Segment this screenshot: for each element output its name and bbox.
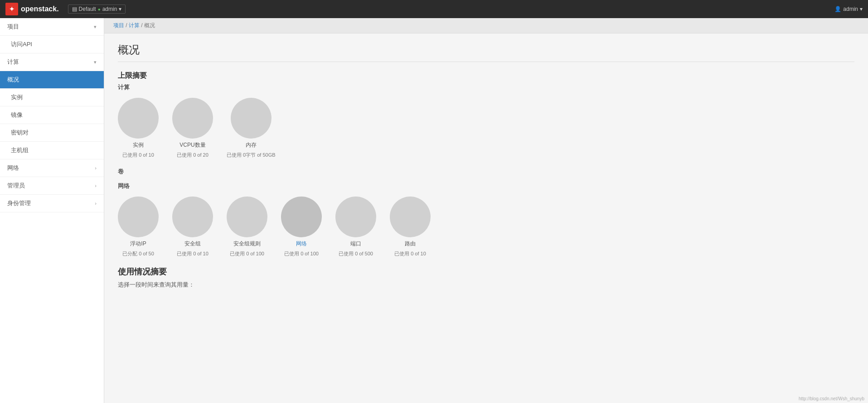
- top-navbar: ✦ openstack. ▤ Default ● admin ▾ 👤 admin…: [0, 0, 868, 18]
- quota-item-security-group-rule: 安全组规则 已使用 0 of 100: [227, 197, 267, 257]
- quota-circle-vcpu: [172, 98, 213, 139]
- quota-item-vcpu: VCPU数量 已使用 0 of 20: [172, 98, 213, 158]
- quota-circle-router: [390, 197, 431, 237]
- sidebar-item-project[interactable]: 项目 ▾: [0, 18, 104, 36]
- sidebar-item-keypairs-label: 密钥对: [11, 129, 29, 137]
- sidebar-item-admin-label: 管理员: [7, 182, 25, 190]
- quota-label-router: 路由: [405, 240, 416, 248]
- breadcrumb: 项目 / 计算 / 概况: [104, 18, 868, 34]
- sidebar-item-hostgroups-label: 主机组: [11, 146, 29, 154]
- quota-used-router: 已使用 0 of 10: [394, 250, 426, 257]
- quota-used-instances: 已使用 0 of 10: [122, 152, 154, 158]
- quota-item-instances: 实例 已使用 0 of 10: [118, 98, 159, 158]
- domain-label: Default: [79, 6, 96, 12]
- sidebar-item-identity[interactable]: 身份管理 ›: [0, 195, 104, 212]
- quota-circle-port: [335, 197, 376, 237]
- quota-label-network[interactable]: 网络: [296, 240, 307, 248]
- sidebar-item-compute-label: 计算: [7, 58, 19, 66]
- domain-chevron: ▾: [119, 6, 121, 12]
- volume-section-label: 卷: [118, 168, 854, 176]
- quota-used-network: 已使用 0 of 100: [284, 250, 319, 257]
- quota-circle-memory: [231, 98, 272, 139]
- quota-label-port: 端口: [350, 240, 361, 248]
- openstack-logo-icon: ✦: [5, 3, 18, 15]
- network-section-label: 网络: [118, 182, 854, 190]
- network-quota-grid: 浮动IP 已分配 0 of 50 安全组 已使用 0 of 10 安全组规则 已…: [118, 197, 854, 257]
- quota-used-security-group-rule: 已使用 0 of 100: [230, 250, 264, 257]
- chevron-right-icon: ›: [95, 165, 97, 171]
- quota-label-instances: 实例: [133, 141, 144, 149]
- domain-user: admin: [102, 6, 117, 12]
- content-area: 项目 / 计算 / 概况 概况 上限摘要 计算 实例 已使用 0 of 10: [104, 18, 868, 403]
- quota-label-security-group-rule: 安全组规则: [233, 240, 261, 248]
- quota-label-vcpu: VCPU数量: [179, 141, 205, 149]
- user-icon: 👤: [834, 6, 841, 12]
- quota-used-floating-ip: 已分配 0 of 50: [122, 250, 154, 257]
- sidebar-item-images-label: 镜像: [11, 111, 23, 119]
- sidebar-item-instances-label: 实例: [11, 93, 23, 101]
- user-label: admin: [843, 6, 858, 12]
- sidebar-item-network-label: 网络: [7, 164, 19, 172]
- quota-used-port: 已使用 0 of 500: [339, 250, 373, 257]
- logo: ✦ openstack.: [5, 3, 59, 15]
- usage-desc: 选择一段时间来查询其用量：: [118, 281, 854, 289]
- chevron-right-icon: ›: [95, 201, 97, 206]
- main-layout: 项目 ▾ 访问API 计算 ▾ 概况 实例 镜像 密钥对 主机组 网络 ›: [0, 18, 868, 403]
- compute-section-label: 计算: [118, 83, 854, 91]
- page-title: 概况: [118, 43, 854, 62]
- quota-circle-floating-ip: [118, 197, 159, 237]
- limit-summary-title: 上限摘要: [118, 71, 854, 81]
- user-menu[interactable]: 👤 admin ▾: [834, 6, 863, 12]
- domain-dot: ●: [98, 7, 101, 12]
- quota-item-floating-ip: 浮动IP 已分配 0 of 50: [118, 197, 159, 257]
- quota-item-router: 路由 已使用 0 of 10: [390, 197, 431, 257]
- sidebar-item-access-api-label: 访问API: [11, 40, 32, 48]
- sidebar-item-overview-label: 概况: [7, 76, 19, 84]
- sidebar-item-access-api[interactable]: 访问API: [0, 36, 104, 53]
- quota-label-floating-ip: 浮动IP: [130, 240, 146, 248]
- quota-item-port: 端口 已使用 0 of 500: [335, 197, 376, 257]
- breadcrumb-project[interactable]: 项目: [113, 22, 124, 29]
- quota-used-memory: 已使用 0字节 of 50GB: [227, 152, 276, 158]
- quota-label-security-group: 安全组: [184, 240, 201, 248]
- limit-summary-section: 上限摘要 计算 实例 已使用 0 of 10 VCPU数量 已使用 0 of 2…: [118, 71, 854, 257]
- quota-used-security-group: 已使用 0 of 10: [177, 250, 209, 257]
- sidebar-item-images[interactable]: 镜像: [0, 106, 104, 124]
- user-chevron: ▾: [860, 6, 863, 12]
- quota-circle-security-group: [172, 197, 213, 237]
- usage-summary-section: 使用情况摘要 选择一段时间来查询其用量：: [118, 266, 854, 289]
- sidebar-item-keypairs[interactable]: 密钥对: [0, 124, 104, 142]
- usage-summary-title: 使用情况摘要: [118, 266, 854, 277]
- quota-item-memory: 内存 已使用 0字节 of 50GB: [227, 98, 276, 158]
- sidebar-item-admin[interactable]: 管理员 ›: [0, 177, 104, 195]
- quota-circle-instances: [118, 98, 159, 139]
- sidebar-item-project-label: 项目: [7, 23, 19, 31]
- breadcrumb-compute[interactable]: 计算: [129, 22, 140, 29]
- quota-used-vcpu: 已使用 0 of 20: [177, 152, 209, 158]
- sidebar-item-network[interactable]: 网络 ›: [0, 159, 104, 177]
- sidebar-item-instances[interactable]: 实例: [0, 89, 104, 106]
- url-hint: http://blog.csdn.net/Wsh_shunyb: [799, 396, 864, 401]
- quota-circle-security-group-rule: [227, 197, 267, 237]
- sidebar-item-overview[interactable]: 概况: [0, 71, 104, 89]
- domain-icon: ▤: [72, 6, 77, 12]
- quota-label-memory: 内存: [246, 141, 257, 149]
- sidebar-item-identity-label: 身份管理: [7, 199, 31, 207]
- quota-item-network: 网络 已使用 0 of 100: [281, 197, 322, 257]
- compute-quota-grid: 实例 已使用 0 of 10 VCPU数量 已使用 0 of 20 内存 已使用…: [118, 98, 854, 158]
- page-content: 概况 上限摘要 计算 实例 已使用 0 of 10 VCPU数量 已使用 0 o…: [104, 34, 868, 298]
- quota-item-security-group: 安全组 已使用 0 of 10: [172, 197, 213, 257]
- chevron-down-icon: ▾: [94, 24, 97, 30]
- breadcrumb-current: 概况: [144, 22, 155, 29]
- quota-circle-network: [281, 197, 322, 237]
- sidebar-item-compute[interactable]: 计算 ▾: [0, 53, 104, 71]
- chevron-right-icon: ›: [95, 183, 97, 188]
- sidebar-item-hostgroups[interactable]: 主机组: [0, 142, 104, 159]
- chevron-down-icon: ▾: [94, 59, 97, 65]
- domain-selector[interactable]: ▤ Default ● admin ▾: [68, 5, 126, 14]
- logo-text: openstack.: [21, 5, 59, 13]
- sidebar: 项目 ▾ 访问API 计算 ▾ 概况 实例 镜像 密钥对 主机组 网络 ›: [0, 18, 104, 403]
